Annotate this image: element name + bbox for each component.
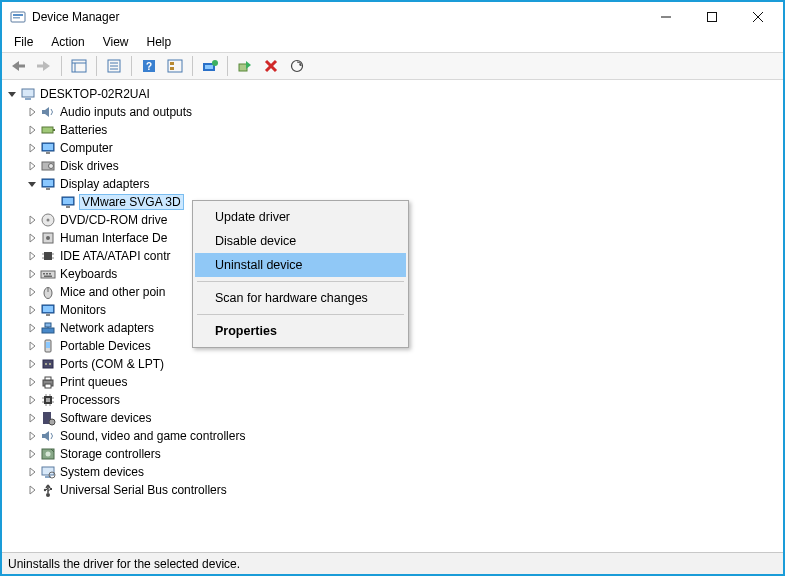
chevron-right-icon[interactable] (26, 160, 38, 172)
svg-rect-39 (46, 188, 50, 190)
svg-rect-56 (44, 276, 52, 278)
tree-item[interactable]: System devices (6, 463, 783, 481)
tree-item-label: System devices (60, 465, 144, 479)
maximize-button[interactable] (689, 2, 735, 32)
tree-item-label: Print queues (60, 375, 127, 389)
mouse-icon (40, 284, 56, 300)
tree-item-label: Ports (COM & LPT) (60, 357, 164, 371)
update-driver-button[interactable] (198, 55, 222, 77)
tree-item[interactable]: Processors (6, 391, 783, 409)
software-icon (40, 410, 56, 426)
chevron-right-icon[interactable] (26, 358, 38, 370)
svg-rect-53 (43, 273, 45, 275)
chevron-right-icon[interactable] (26, 466, 38, 478)
context-menu-item[interactable]: Uninstall device (195, 253, 406, 277)
svg-rect-72 (45, 384, 51, 388)
enable-button[interactable] (233, 55, 257, 77)
help-button[interactable]: ? (137, 55, 161, 77)
chevron-down-icon[interactable] (26, 178, 38, 190)
scan-button[interactable] (285, 55, 309, 77)
monitor-icon (40, 302, 56, 318)
tree-item[interactable]: Disk drives (6, 157, 783, 175)
tree-item[interactable]: Display adapters (6, 175, 783, 193)
tree-item-label: Batteries (60, 123, 107, 137)
uninstall-button[interactable] (259, 55, 283, 77)
back-button[interactable] (6, 55, 30, 77)
tree-item[interactable]: Storage controllers (6, 445, 783, 463)
chevron-right-icon[interactable] (26, 142, 38, 154)
chevron-right-icon[interactable] (26, 304, 38, 316)
svg-rect-54 (46, 273, 48, 275)
monitor-icon (40, 140, 56, 156)
tree-item-label: Network adapters (60, 321, 154, 335)
tree-item-label: DVD/CD-ROM drive (60, 213, 167, 227)
window-title: Device Manager (32, 10, 643, 24)
speaker-icon (40, 104, 56, 120)
chevron-right-icon[interactable] (26, 394, 38, 406)
svg-rect-9 (72, 60, 86, 72)
chevron-right-icon[interactable] (26, 106, 38, 118)
forward-button[interactable] (32, 55, 56, 77)
menu-help[interactable]: Help (139, 33, 180, 51)
svg-point-84 (49, 419, 55, 425)
menu-file[interactable]: File (6, 33, 41, 51)
svg-point-90 (46, 493, 50, 497)
port-icon (40, 356, 56, 372)
tree-item[interactable]: Ports (COM & LPT) (6, 355, 783, 373)
tree-item[interactable]: Print queues (6, 373, 783, 391)
svg-point-36 (49, 164, 54, 169)
chevron-right-icon[interactable] (26, 214, 38, 226)
toolbar-separator (192, 56, 193, 76)
svg-rect-55 (49, 273, 51, 275)
chevron-down-icon[interactable] (6, 88, 18, 100)
chevron-right-icon[interactable] (26, 412, 38, 424)
portable-icon (40, 338, 56, 354)
svg-point-86 (46, 452, 51, 457)
svg-rect-42 (66, 206, 70, 208)
tree-item[interactable]: Universal Serial Bus controllers (6, 481, 783, 499)
tree-item[interactable]: Sound, video and game controllers (6, 427, 783, 445)
tree-item-label: Mice and other poin (60, 285, 165, 299)
svg-rect-66 (46, 342, 50, 348)
svg-rect-47 (44, 252, 52, 260)
properties-button[interactable] (102, 55, 126, 77)
tree-item[interactable]: Audio inputs and outputs (6, 103, 783, 121)
show-hidden-button[interactable] (67, 55, 91, 77)
close-button[interactable] (735, 2, 781, 32)
tree-item[interactable]: Software devices (6, 409, 783, 427)
tree-root[interactable]: DESKTOP-02R2UAI (6, 85, 783, 103)
tree-item[interactable]: Computer (6, 139, 783, 157)
chevron-right-icon[interactable] (26, 448, 38, 460)
monitor-icon (40, 176, 56, 192)
battery-icon (40, 122, 56, 138)
context-menu-item[interactable]: Disable device (195, 229, 406, 253)
chevron-right-icon[interactable] (26, 376, 38, 388)
tree-item[interactable]: Batteries (6, 121, 783, 139)
minimize-button[interactable] (643, 2, 689, 32)
context-menu-item[interactable]: Scan for hardware changes (195, 286, 406, 310)
chevron-right-icon[interactable] (26, 268, 38, 280)
chevron-right-icon[interactable] (26, 250, 38, 262)
svg-point-46 (46, 236, 50, 240)
action-button[interactable] (163, 55, 187, 77)
svg-rect-7 (18, 65, 25, 68)
chevron-right-icon[interactable] (26, 232, 38, 244)
context-menu-item[interactable]: Properties (195, 319, 406, 343)
menu-action[interactable]: Action (43, 33, 92, 51)
printer-icon (40, 374, 56, 390)
tree-item-label: Sound, video and game controllers (60, 429, 245, 443)
chevron-right-icon[interactable] (26, 430, 38, 442)
svg-rect-19 (170, 62, 174, 65)
svg-rect-30 (42, 127, 53, 133)
chevron-right-icon[interactable] (26, 340, 38, 352)
context-menu-separator (197, 314, 404, 315)
toolbar-separator (227, 56, 228, 76)
chevron-right-icon[interactable] (26, 286, 38, 298)
svg-point-92 (44, 489, 46, 491)
chevron-right-icon[interactable] (26, 322, 38, 334)
chevron-right-icon[interactable] (26, 484, 38, 496)
menu-view[interactable]: View (95, 33, 137, 51)
context-menu-item[interactable]: Update driver (195, 205, 406, 229)
svg-rect-60 (43, 306, 53, 312)
chevron-right-icon[interactable] (26, 124, 38, 136)
